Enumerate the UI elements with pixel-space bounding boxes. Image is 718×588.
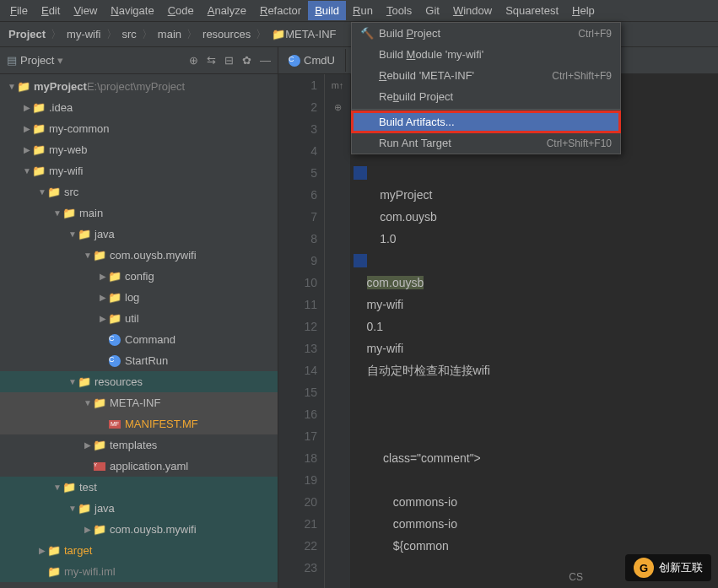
code-line[interactable]: my-wifi bbox=[354, 337, 718, 359]
menu-git[interactable]: Git bbox=[418, 1, 446, 20]
tree-row[interactable]: ▼📁src bbox=[0, 181, 278, 202]
locate-icon[interactable]: ⊕ bbox=[189, 54, 198, 67]
tree-arrow-icon[interactable]: ▼ bbox=[83, 398, 93, 407]
menu-item-build-project[interactable]: 🔨Build ProjectCtrl+F9 bbox=[352, 23, 620, 44]
menu-item-label: Build Project bbox=[379, 27, 440, 40]
breadcrumb-sep-icon: 〉 bbox=[51, 27, 62, 42]
menu-refactor[interactable]: Refactor bbox=[253, 1, 308, 20]
tree-arrow-icon[interactable]: ▼ bbox=[37, 187, 47, 197]
menu-analyze[interactable]: Analyze bbox=[201, 1, 253, 20]
tree-row[interactable]: ▼📁test bbox=[0, 477, 278, 498]
tree-row[interactable]: ▼📁java bbox=[0, 224, 278, 245]
tree-arrow-icon[interactable]: ▶ bbox=[83, 440, 93, 450]
breadcrumb-item[interactable]: Project bbox=[5, 26, 49, 42]
tree-arrow-icon[interactable]: ▶ bbox=[98, 314, 108, 323]
tree-arrow-icon[interactable]: ▶ bbox=[22, 145, 32, 154]
tree-row[interactable]: ▼📁myProject E:\project\myProject bbox=[0, 76, 278, 97]
tree-row[interactable]: ▶📁log bbox=[0, 287, 278, 308]
menu-item-rebuild-meta-inf-[interactable]: Rebuild 'META-INF'Ctrl+Shift+F9 bbox=[352, 65, 620, 86]
menu-item-rebuild-project[interactable]: Rebuild Project bbox=[352, 86, 620, 107]
tree-row[interactable]: ▶📁my-web bbox=[0, 139, 278, 160]
tree-arrow-icon[interactable]: ▼ bbox=[67, 229, 78, 239]
code-line[interactable]: myProject bbox=[354, 184, 718, 206]
breadcrumb-item[interactable]: my-wifi bbox=[63, 26, 104, 42]
tree-row[interactable]: ▼📁META-INF bbox=[0, 392, 278, 413]
tree-row[interactable]: ▶📁.idea bbox=[0, 97, 278, 118]
expand-icon[interactable]: ⇆ bbox=[207, 54, 216, 67]
tree-row[interactable]: ▼📁com.ouysb.mywifi bbox=[0, 245, 278, 266]
tree-arrow-icon[interactable]: ▶ bbox=[37, 546, 47, 555]
code-line[interactable]: class="comment"> bbox=[354, 447, 718, 469]
tree-row[interactable]: ▼📁java bbox=[0, 498, 278, 519]
tree-row[interactable]: CStartRun bbox=[0, 350, 278, 371]
tree-label: com.ouysb.mywifi bbox=[110, 523, 197, 536]
breadcrumb-item[interactable]: 📁 META-INF bbox=[268, 26, 339, 42]
dropdown-arrow-icon[interactable]: ▾ bbox=[57, 54, 63, 67]
tree-row[interactable]: ▼📁my-wifi bbox=[0, 160, 278, 181]
breadcrumb-item[interactable]: src bbox=[119, 26, 140, 42]
menu-item-build-artifacts-[interactable]: Build Artifacts... bbox=[352, 111, 620, 132]
code-line[interactable] bbox=[354, 250, 718, 272]
code-line[interactable] bbox=[354, 469, 718, 491]
code-line[interactable]: my-wifi bbox=[354, 294, 718, 316]
project-tree[interactable]: ▼📁myProject E:\project\myProject▶📁.idea▶… bbox=[0, 74, 278, 588]
code-line[interactable] bbox=[354, 403, 718, 425]
line-number: 13 bbox=[278, 337, 317, 359]
tree-row[interactable]: ▶📁my-common bbox=[0, 118, 278, 139]
tree-arrow-icon[interactable]: ▶ bbox=[98, 293, 108, 302]
code-line[interactable] bbox=[354, 162, 718, 184]
tree-arrow-icon[interactable]: ▼ bbox=[52, 483, 62, 492]
collapse-icon[interactable]: ⊟ bbox=[224, 54, 234, 67]
menu-item-run-ant-target[interactable]: Run Ant TargetCtrl+Shift+F10 bbox=[352, 132, 620, 154]
tree-arrow-icon[interactable]: ▶ bbox=[22, 103, 32, 112]
menu-view[interactable]: View bbox=[67, 1, 104, 20]
breadcrumb-item[interactable]: resources bbox=[199, 26, 254, 42]
menu-edit[interactable]: Edit bbox=[35, 1, 67, 20]
tree-row[interactable]: ▶📁config bbox=[0, 266, 278, 287]
tree-arrow-icon[interactable]: ▼ bbox=[67, 377, 78, 386]
menu-code[interactable]: Code bbox=[161, 1, 201, 20]
tree-row[interactable]: ▼📁resources bbox=[0, 371, 278, 392]
code-line[interactable] bbox=[354, 381, 718, 403]
menu-tools[interactable]: Tools bbox=[380, 1, 418, 20]
tree-arrow-icon[interactable]: ▼ bbox=[7, 82, 17, 91]
tree-row[interactable]: ▶📁templates bbox=[0, 434, 278, 456]
editor-tab[interactable]: CCmdU bbox=[278, 49, 346, 72]
tree-arrow-icon[interactable]: ▼ bbox=[52, 208, 62, 218]
sidebar-title[interactable]: Project bbox=[20, 54, 54, 67]
code-line[interactable]: 0.1 bbox=[354, 316, 718, 337]
tree-arrow-icon[interactable]: ▼ bbox=[22, 166, 32, 175]
code-line[interactable] bbox=[354, 425, 718, 447]
menu-navigate[interactable]: Navigate bbox=[104, 1, 160, 20]
breadcrumb-item[interactable]: main bbox=[154, 26, 185, 42]
code-line[interactable]: 1.0 bbox=[354, 228, 718, 250]
tree-row[interactable]: Yapplication.yaml bbox=[0, 456, 278, 477]
tree-arrow-icon[interactable]: ▼ bbox=[83, 251, 93, 260]
tree-row[interactable]: ▶📁com.ouysb.mywifi bbox=[0, 519, 278, 540]
tree-row[interactable]: MFMANIFEST.MF bbox=[0, 413, 278, 434]
tree-arrow-icon[interactable]: ▼ bbox=[67, 504, 78, 513]
line-number: 15 bbox=[278, 381, 317, 403]
hide-icon[interactable]: — bbox=[260, 54, 271, 67]
menu-run[interactable]: Run bbox=[346, 1, 380, 20]
code-line[interactable]: commons-io bbox=[354, 491, 718, 513]
menu-file[interactable]: File bbox=[3, 1, 35, 20]
menu-help[interactable]: Help bbox=[565, 1, 602, 20]
tree-arrow-icon[interactable]: ▶ bbox=[98, 272, 108, 281]
tree-row[interactable]: CCommand bbox=[0, 329, 278, 350]
code-line[interactable]: com.ouysb bbox=[354, 206, 718, 228]
code-line[interactable]: 自动定时检查和连接wifi bbox=[354, 359, 718, 381]
tree-arrow-icon[interactable]: ▶ bbox=[83, 525, 93, 534]
code-line[interactable]: com.ouysb bbox=[354, 272, 718, 294]
menu-build[interactable]: Build bbox=[308, 1, 346, 20]
code-line[interactable]: commons-io bbox=[354, 513, 718, 535]
tree-row[interactable]: ▶📁target bbox=[0, 540, 278, 561]
menu-squaretest[interactable]: Squaretest bbox=[499, 1, 565, 20]
tree-arrow-icon[interactable]: ▶ bbox=[22, 124, 32, 133]
tree-row[interactable]: ▼📁main bbox=[0, 202, 278, 224]
menu-item-build-module-my-wifi-[interactable]: Build Module 'my-wifi' bbox=[352, 44, 620, 65]
menu-window[interactable]: Window bbox=[446, 1, 499, 20]
settings-icon[interactable]: ✿ bbox=[242, 54, 251, 67]
tree-row[interactable]: ▶📁util bbox=[0, 308, 278, 329]
tree-row[interactable]: 📁my-wifi.iml bbox=[0, 561, 278, 582]
